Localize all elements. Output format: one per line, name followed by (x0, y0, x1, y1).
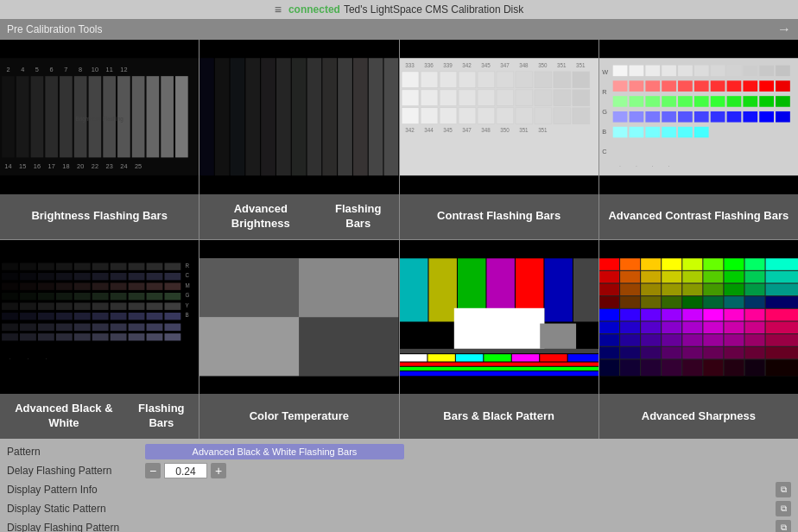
svg-rect-70 (496, 90, 513, 106)
delay-minus-button[interactable]: − (145, 463, 161, 478)
display-flashing-icon[interactable]: ⧉ (776, 520, 791, 532)
svg-rect-194 (2, 292, 18, 299)
svg-rect-119 (776, 66, 790, 77)
svg-rect-73 (553, 90, 570, 106)
svg-rect-306 (744, 283, 764, 295)
grid-item-brightness-flashing-bars[interactable]: 2 4 5 6 7 8 10 11 12 14 15 16 17 18 20 2… (0, 40, 199, 239)
svg-rect-346 (641, 346, 661, 358)
svg-rect-10 (132, 76, 145, 157)
svg-rect-126 (710, 80, 725, 92)
svg-rect-275 (400, 362, 598, 365)
grid-item-adv-brightness-flashing-bars[interactable]: Advanced Brightness Flashing Bars (200, 40, 398, 239)
delay-controls: − 0.24 + (145, 463, 226, 478)
svg-rect-60 (496, 72, 513, 88)
svg-rect-124 (678, 80, 693, 92)
svg-rect-168 (74, 263, 91, 269)
delay-plus-button[interactable]: + (211, 463, 226, 478)
grid-item-color-temperature[interactable]: Color Temperature (200, 240, 398, 440)
svg-rect-220 (111, 313, 127, 320)
svg-rect-5 (60, 76, 73, 157)
svg-rect-316 (765, 296, 798, 308)
svg-rect-166 (38, 263, 54, 269)
grid-label-adv-bw: Advanced Black & White Flashing Bars (0, 394, 199, 439)
svg-rect-188 (74, 282, 91, 289)
svg-rect-50 (261, 58, 276, 175)
svg-rect-238 (147, 323, 163, 330)
svg-rect-176 (38, 272, 54, 279)
svg-rect-322 (703, 308, 723, 320)
svg-text:6: 6 (50, 66, 54, 73)
svg-rect-115 (710, 66, 725, 77)
svg-rect-3 (31, 76, 44, 157)
svg-rect-310 (641, 296, 661, 308)
grid-item-bars-black-pattern[interactable]: Bars & Black Pattern (400, 240, 598, 440)
svg-rect-294 (682, 270, 702, 282)
svg-rect-271 (484, 354, 510, 361)
svg-rect-312 (682, 296, 702, 308)
svg-text:342: 342 (462, 62, 472, 68)
svg-rect-239 (164, 323, 180, 330)
thumbnail-adv-contrast: W R G B C (599, 40, 798, 194)
svg-text:351: 351 (557, 62, 567, 68)
connection-status: connected (288, 3, 340, 16)
pattern-grid: 2 4 5 6 7 8 10 11 12 14 15 16 17 18 20 2… (0, 40, 798, 439)
grid-item-contrast-flashing-bars[interactable]: 333 336 339 342 345 347 348 350 351 351 (400, 40, 598, 239)
svg-rect-136 (694, 96, 709, 107)
svg-rect-339 (682, 334, 702, 346)
display-info-icon[interactable]: ⧉ (776, 482, 791, 497)
display-static-icon[interactable]: ⧉ (776, 501, 791, 516)
svg-rect-139 (743, 96, 757, 107)
svg-rect-171 (129, 263, 145, 269)
svg-rect-146 (678, 111, 693, 123)
svg-rect-320 (662, 308, 681, 320)
svg-rect-72 (534, 90, 551, 106)
svg-rect-232 (38, 323, 54, 330)
grid-item-adv-bw-flashing-bars[interactable]: R C M G Y B . . . (0, 240, 199, 440)
svg-rect-132 (629, 96, 643, 107)
svg-rect-164 (2, 263, 18, 269)
svg-text:B: B (602, 128, 606, 136)
svg-rect-38 (246, 58, 261, 175)
svg-rect-63 (553, 72, 570, 88)
section-arrow-icon[interactable]: → (777, 22, 791, 37)
svg-rect-165 (20, 263, 36, 269)
thumbnail-contrast: 333 336 339 342 345 347 348 350 351 351 (400, 40, 598, 194)
svg-rect-214 (2, 313, 18, 320)
svg-text:7: 7 (64, 66, 67, 73)
grid-label-contrast: Contrast Flashing Bars (400, 194, 598, 239)
svg-rect-332 (724, 321, 744, 333)
svg-text:16: 16 (34, 162, 41, 170)
svg-rect-269 (428, 354, 454, 361)
pattern-value: Advanced Black & White Flashing Bars (145, 444, 404, 459)
svg-rect-127 (726, 80, 741, 92)
svg-rect-209 (92, 302, 109, 309)
svg-rect-208 (74, 302, 91, 309)
svg-rect-260 (428, 258, 456, 321)
svg-rect-218 (74, 313, 91, 320)
grid-item-adv-sharpness[interactable]: Advanced Sharpness (599, 240, 798, 440)
svg-rect-326 (599, 321, 619, 333)
svg-text:M: M (186, 282, 190, 288)
svg-rect-138 (726, 96, 741, 107)
svg-rect-90 (496, 108, 513, 124)
svg-rect-291 (620, 270, 640, 282)
svg-rect-287 (724, 258, 744, 270)
svg-rect-61 (515, 72, 532, 88)
svg-rect-184 (2, 282, 18, 289)
svg-rect-296 (724, 270, 744, 282)
hamburger-icon[interactable]: ≡ (275, 3, 282, 16)
svg-rect-149 (726, 111, 741, 123)
svg-rect-349 (703, 346, 723, 358)
bottom-panel: Pattern Advanced Black & White Flashing … (0, 439, 798, 532)
svg-text:C: C (186, 272, 190, 278)
svg-rect-173 (164, 263, 180, 269)
svg-rect-327 (620, 321, 640, 333)
svg-rect-331 (703, 321, 723, 333)
svg-rect-191 (129, 282, 145, 289)
svg-text:350: 350 (500, 127, 510, 133)
svg-rect-302 (662, 283, 681, 295)
svg-rect-360 (744, 359, 764, 376)
svg-rect-1 (2, 76, 15, 157)
svg-rect-259 (400, 258, 428, 321)
grid-item-adv-contrast-flashing-bars[interactable]: W R G B C (599, 40, 798, 239)
